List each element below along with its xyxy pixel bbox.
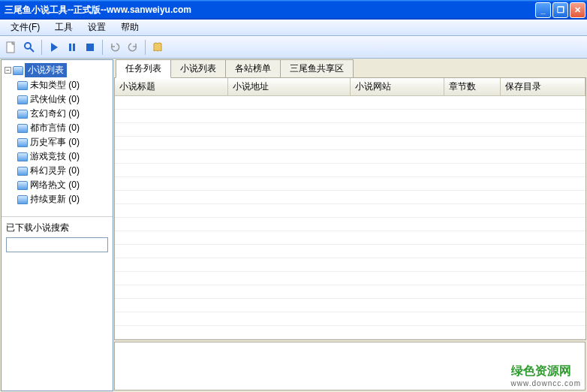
tree-item[interactable]: 持续更新 (0) [17, 192, 110, 207]
tree-item[interactable]: 都市言情 (0) [17, 121, 110, 135]
table-cell [115, 164, 227, 177]
new-icon[interactable] [3, 39, 20, 56]
column-header[interactable]: 小说标题 [115, 78, 227, 96]
column-header[interactable]: 小说网站 [350, 78, 444, 96]
table-cell [115, 110, 227, 123]
toolbar-separator [102, 40, 103, 55]
minimize-button[interactable]: _ [535, 2, 551, 18]
titlebar[interactable]: 三尾鱼小说工具--正式版--www.sanweiyu.com _ ❐ ✕ [0, 0, 587, 20]
table-cell [227, 299, 350, 312]
column-header[interactable]: 小说地址 [227, 78, 350, 96]
menu-settings[interactable]: 设置 [80, 20, 113, 35]
table-row[interactable] [115, 245, 585, 258]
table-cell [350, 164, 444, 177]
tree-item-label: 游戏竞技 (0) [30, 150, 80, 163]
table-row[interactable] [115, 137, 585, 150]
tree-item[interactable]: 历史军事 (0) [17, 135, 110, 149]
tree-item[interactable]: 未知类型 (0) [17, 78, 110, 92]
table-row[interactable] [115, 258, 585, 272]
table-row[interactable] [115, 150, 585, 164]
svg-line-2 [30, 48, 34, 52]
tree-item-label: 历史军事 (0) [30, 136, 80, 149]
folder-icon [17, 195, 28, 204]
book-icon[interactable] [149, 39, 166, 56]
table-cell [350, 123, 444, 137]
collapse-icon[interactable]: − [5, 67, 11, 74]
menu-file[interactable]: 文件(F) [3, 20, 47, 35]
table-cell [501, 123, 585, 137]
table-cell [350, 191, 444, 204]
search-icon[interactable] [21, 39, 38, 56]
table-row[interactable] [115, 204, 585, 218]
svg-rect-5 [86, 44, 94, 51]
table-host[interactable]: 小说标题小说地址小说网站章节数保存目录 [115, 78, 585, 339]
column-header[interactable]: 保存目录 [501, 78, 585, 96]
table-cell [227, 96, 350, 110]
table-row[interactable] [115, 177, 585, 191]
play-icon[interactable] [46, 39, 62, 56]
table-cell [115, 123, 227, 137]
table-cell [444, 191, 501, 204]
table-cell [444, 164, 501, 177]
watermark-name: 绿色资源网 [511, 364, 571, 377]
table-row[interactable] [115, 96, 585, 110]
table-cell [444, 177, 501, 191]
table-cell [350, 299, 444, 312]
tree-root-label: 小说列表 [25, 63, 67, 77]
table-row[interactable] [115, 231, 585, 245]
svg-rect-4 [73, 44, 75, 51]
table-cell [350, 204, 444, 218]
main-window: 三尾鱼小说工具--正式版--www.sanweiyu.com _ ❐ ✕ 文件(… [0, 0, 587, 392]
table-cell [227, 245, 350, 258]
menu-tools[interactable]: 工具 [47, 20, 80, 35]
table-cell [115, 150, 227, 164]
table-row[interactable] [115, 191, 585, 204]
menu-help[interactable]: 帮助 [113, 20, 146, 35]
tab[interactable]: 各站榜单 [225, 59, 281, 77]
table-cell [501, 285, 585, 299]
stop-icon[interactable] [82, 39, 98, 56]
client-area: − 小说列表 未知类型 (0)武侠仙侠 (0)玄幻奇幻 (0)都市言情 (0)历… [0, 59, 587, 392]
table-row[interactable] [115, 218, 585, 231]
folder-icon [17, 81, 28, 90]
table-row[interactable] [115, 164, 585, 177]
tab[interactable]: 任务列表 [116, 59, 171, 78]
table-row[interactable] [115, 285, 585, 299]
search-input[interactable] [6, 237, 108, 252]
table-cell [444, 231, 501, 245]
table-cell [350, 272, 444, 285]
table-row[interactable] [115, 110, 585, 123]
table-cell [444, 96, 501, 110]
table-row[interactable] [115, 299, 585, 312]
tree-root[interactable]: − 小说列表 [4, 62, 110, 78]
folder-icon [17, 138, 28, 147]
table-cell [227, 218, 350, 231]
sidebar: − 小说列表 未知类型 (0)武侠仙侠 (0)玄幻奇幻 (0)都市言情 (0)历… [1, 59, 113, 391]
table-cell [444, 326, 501, 339]
table-cell [227, 258, 350, 272]
table-cell [350, 177, 444, 191]
column-header[interactable]: 章节数 [444, 78, 501, 96]
tree-item[interactable]: 武侠仙侠 (0) [17, 92, 110, 107]
table-row[interactable] [115, 272, 585, 285]
tree-item[interactable]: 科幻灵异 (0) [17, 164, 110, 178]
tab[interactable]: 小说列表 [170, 59, 226, 77]
undo-icon[interactable] [107, 39, 123, 56]
close-button[interactable]: ✕ [570, 2, 585, 18]
table-row[interactable] [115, 312, 585, 326]
pause-icon[interactable] [64, 39, 80, 56]
table-row[interactable] [115, 326, 585, 339]
table-cell [227, 191, 350, 204]
table-row[interactable] [115, 123, 585, 137]
table-cell [350, 245, 444, 258]
tab[interactable]: 三尾鱼共享区 [280, 59, 354, 77]
table-cell [227, 177, 350, 191]
table-cell [350, 326, 444, 339]
tree-item[interactable]: 游戏竞技 (0) [17, 149, 110, 164]
table-cell [350, 96, 444, 110]
tree-item[interactable]: 玄幻奇幻 (0) [17, 107, 110, 121]
redo-icon[interactable] [125, 39, 141, 56]
maximize-button[interactable]: ❐ [552, 2, 568, 18]
tree-item[interactable]: 网络热文 (0) [17, 178, 110, 192]
folder-icon [13, 66, 23, 75]
